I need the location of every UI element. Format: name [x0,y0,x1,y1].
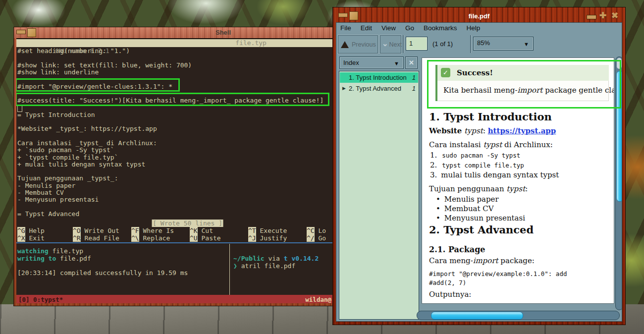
nano-line: + `typst compile file.typ` [17,154,118,161]
prompt-tool-version: t v0.14.2 [284,255,319,262]
close-button[interactable]: ✖ [609,11,620,21]
nano-line: #set heading(numbering: "1.") [17,48,130,55]
nano-shortcut-replace: ^\ Replace [131,234,170,242]
maximize-button[interactable]: ✚ [597,11,608,21]
horizontal-scrollbar[interactable] [417,311,620,320]
next-page-button[interactable]: ⌄ Next [379,35,402,54]
highlight-box-success [16,93,329,106]
shell-prompt-pane[interactable]: ~/Public via t v0.14.2❯ atril file.pdf [233,255,319,270]
toolbar-separator [403,35,404,53]
nano-shortcut-writeout: ^O Write Out [73,227,119,234]
typst-app-link[interactable]: https://typst.app [488,126,556,135]
page-count-label: (1 of 1) [432,40,453,48]
pdf-titlebar[interactable]: file.pdf ✚ ✖ [336,10,622,22]
nano-line: - Menulis paper [17,182,75,189]
page-number-input[interactable]: 1 [406,37,428,51]
heading-typst-advanced: 2. Typst Advanced [429,225,534,234]
ordered-item-3: 3.mulai tulis dengan syntax typst [430,170,559,179]
pdf-viewer-window: file.pdf ✚ ✖ File Edit View Go Bookmarks… [333,7,625,325]
pdf-client-area: File Edit View Go Bookmarks Help Previou… [336,22,622,322]
paragraph-outputnya: Outputnya: [429,290,471,299]
highlight-box-clue [427,60,621,109]
nano-line: = Typst Advanced [17,211,79,218]
typst-watch-pane[interactable]: watching file.typwriting to file.pdf[20:… [17,248,188,277]
website-line: Website typst: https://typst.app [429,126,556,135]
previous-arrow-icon [341,41,349,48]
tmux-pane-border-horizontal[interactable] [16,242,333,243]
minimize-icon [587,15,596,19]
code-line-import: #import "@preview/example:0.1.0": add [429,270,567,278]
nano-header: GNU nano 8.7.1 file.typ [16,39,333,47]
bullet-icon: • [436,195,440,204]
highlight-box-import [16,78,180,92]
window-menu-dash-icon[interactable] [338,13,348,17]
nano-line: = Typst Introduction [17,111,95,118]
paragraph-install: Cara instalasi typst di Archlinux: [429,140,553,149]
terminal[interactable]: GNU nano 8.7.1 file.typ #set heading(num… [16,38,333,303]
sidebar-view-dropdown[interactable]: Index ▼ [339,56,404,69]
nano-line: - Membuat CV [17,189,64,196]
nano-shortcut-help: ^G Help [17,227,45,234]
tmux-hostname: wildan@ [305,296,331,303]
shell-titlebar[interactable]: Shell [14,27,336,38]
minimize-button[interactable] [586,11,596,21]
nano-line: #show link: underline [17,69,99,76]
expander-triangle-icon[interactable]: ▶ [342,83,346,94]
paragraph-cara-import: Cara meng-import package: [429,256,535,265]
zoom-value: 85% [477,39,490,47]
sidebar-view-value: Index [343,59,359,66]
outline-item-typst-introduction[interactable]: 1. Typst Introduction 1 [340,72,418,83]
ordered-item-1: 1.sudo pacman -Sy typst [430,151,520,160]
nano-line: + `sudo pacman -Sy typst` [17,147,114,154]
nano-shortcut-readfile: ^R Read File [73,234,119,242]
horizontal-scrollbar-thumb[interactable] [431,312,523,320]
tmux-session-info: [0] 0:typst* [18,296,63,303]
nano-filename: file.typ [235,39,267,47]
sidebar-close-button[interactable]: ✕ [405,56,418,69]
outline-page-number: 1 [412,72,416,83]
bullet-item-2: •Membuat CV [436,204,494,213]
outline-item-typst-advanced[interactable]: ▶ 2. Typst Advanced 1 [340,83,418,94]
prompt-command: atril file.pdf [237,262,295,270]
chevron-down-icon: ▼ [394,60,399,66]
bullet-item-1: •Menulis paper [436,195,499,204]
heading-package: 2.1. Package [429,245,485,254]
previous-page-button[interactable]: Previous [337,35,378,54]
bullet-icon: • [436,204,440,213]
toolbar: Previous ⌄ Next 1 (1 of 1) 85% ▼ [336,33,622,55]
prompt-arrow-icon: ❯ [233,262,237,270]
nano-shortcut-justify: ^J Justify [248,234,287,242]
nano-shortcut-location: ^C Lo [307,227,326,234]
chevron-down-icon: ▼ [524,41,529,47]
paragraph-tujuan: Tujuan penggunaan typst: [429,184,528,193]
heading-typst-introduction: 1. Typst Introduction [429,112,552,121]
next-chevron-icon: ⌄ [382,39,388,48]
nano-shortcut-exit: ^X Exit [17,234,45,242]
outline-page-number: 1 [412,83,416,94]
window-shade-icon[interactable] [27,28,36,37]
desktop: Shell GNU nano 8.7.1 file.typ #set headi… [0,0,644,334]
nano-line: *Website* _typst_: https://typst.app [17,125,157,132]
nano-line: + mulai tulis dengan syntax typst [17,161,145,168]
toolbar-separator [470,35,472,53]
pdf-window-title: file.pdf [469,12,490,20]
tmux-pane-border-vertical[interactable] [229,244,230,295]
nano-shortcut-goto: ^/ Go [307,234,326,242]
zoom-dropdown[interactable]: 85% ▼ [473,37,534,51]
bullet-icon: • [436,214,440,223]
shell-window-title: Shell [215,29,231,36]
window-shade-icon[interactable] [349,11,358,20]
window-menu-dash-icon[interactable] [16,30,26,34]
nano-line: #show link: set text(fill: blue, weight:… [17,62,192,69]
code-line-add: #add(2, 7) [429,278,466,287]
bullet-item-3: •Menyusun presentasi [436,214,525,223]
prompt-path: ~/Public [233,255,265,262]
nano-line: Tujuan penggunaan _typst_: [17,175,118,182]
nano-line: - Menyusun presentasi [17,196,99,203]
ordered-item-2: 2.typst compile file.typ [430,161,524,170]
nano-shortcut-execute: ^T Execute [248,227,287,234]
nano-status-message: [ Wrote 50 lines ] [152,220,223,227]
pdf-main-area: Index ▼ ✕ 1. Typst Introduction 1 ▶ 2. T… [336,55,622,321]
index-outline-list: 1. Typst Introduction 1 ▶ 2. Typst Advan… [339,71,419,320]
shell-window: Shell GNU nano 8.7.1 file.typ #set headi… [14,27,336,306]
